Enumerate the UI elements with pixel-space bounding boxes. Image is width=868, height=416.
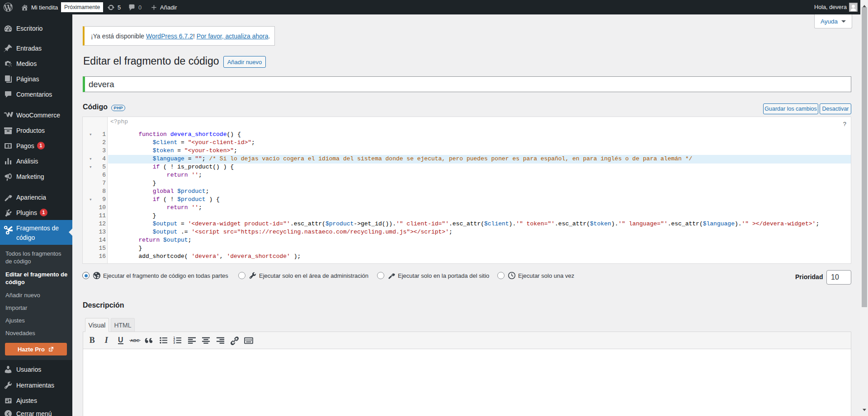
svg-text:3: 3 [174,341,175,344]
